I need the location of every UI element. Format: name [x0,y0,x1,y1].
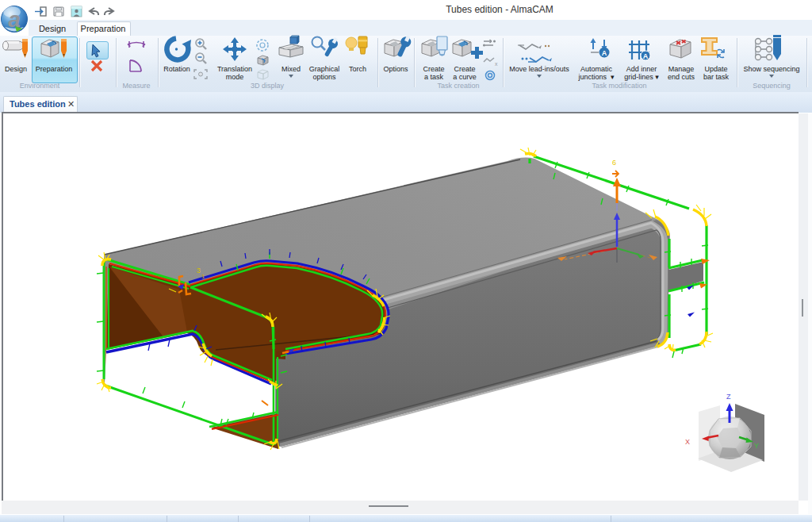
svg-text:A: A [602,49,607,57]
svg-text:x: x [495,61,498,67]
svg-text:A: A [643,52,649,60]
svg-text:3: 3 [197,267,201,274]
svg-text:1: 1 [201,273,205,280]
svg-text:Z: Z [726,393,731,401]
svg-text:X: X [685,438,690,446]
svg-text:Y: Y [754,442,759,450]
svg-text:6: 6 [612,159,616,167]
